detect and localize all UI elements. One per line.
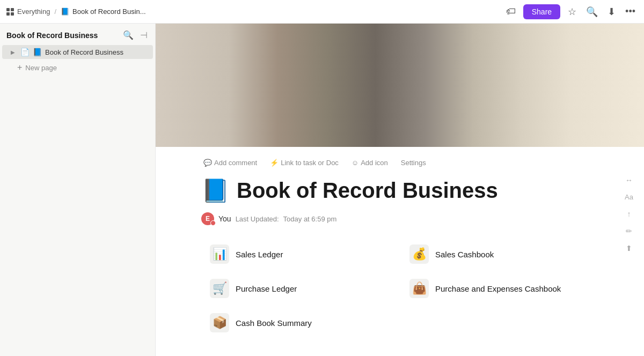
cover-image: 18: [156, 24, 644, 147]
avatar: E: [201, 212, 214, 225]
svg-rect-8: [280, 75, 314, 123]
page-link-cash-book[interactable]: 📦 Cash Book Summary: [201, 307, 399, 339]
chevron-right-icon: ▶: [11, 49, 17, 55]
svg-rect-20: [467, 70, 603, 73]
sidebar-header-icons: 🔍 ⊣: [122, 29, 149, 41]
sidebar-item-label: Book of Record Business: [45, 48, 123, 56]
svg-rect-21: [467, 75, 598, 78]
share-button[interactable]: Share: [523, 4, 560, 19]
avatar-badge: [210, 220, 216, 226]
smile-icon: ☺: [352, 159, 358, 167]
svg-point-11: [303, 110, 310, 118]
purchase-ledger-icon: 🛒: [210, 279, 229, 298]
topbar: Everything / 📘 Book of Record Busin... 🏷…: [0, 0, 644, 24]
last-updated-time: Today at 6:59 pm: [283, 215, 337, 223]
svg-marker-27: [362, 123, 365, 131]
svg-rect-23: [467, 86, 587, 89]
svg-rect-7: [275, 66, 318, 137]
action-bar: 💬 Add comment ⚡ Link to task or Doc ☺ Ad…: [201, 147, 598, 173]
content-area: 18 💬 Add comment ⚡ Link to task or Doc: [156, 24, 644, 356]
svg-point-14: [303, 101, 310, 109]
main-layout: Book of Record Business 🔍 ⊣ ▶ 📄 📘 Book o…: [0, 24, 644, 356]
new-page-label: New page: [25, 64, 57, 72]
sidebar: Book of Record Business 🔍 ⊣ ▶ 📄 📘 Book o…: [0, 24, 156, 356]
star-icon[interactable]: ☆: [566, 4, 579, 20]
svg-point-10: [292, 110, 299, 118]
cash-book-icon: 📦: [210, 313, 229, 332]
page-content: 💬 Add comment ⚡ Link to task or Doc ☺ Ad…: [169, 147, 631, 356]
svg-rect-1: [172, 39, 269, 121]
svg-rect-5: [174, 61, 218, 62]
svg-rect-16: [467, 42, 576, 48]
page-title[interactable]: Book of Record Business: [237, 179, 498, 203]
download-icon[interactable]: ⬇: [605, 4, 618, 20]
sidebar-item-book-of-record[interactable]: ▶ 📄 📘 Book of Record Business: [2, 45, 153, 59]
sidebar-collapse-icon[interactable]: ⊣: [139, 29, 149, 41]
add-icon-button[interactable]: ☺ Add icon: [349, 158, 390, 168]
sidebar-item-icon: 📄: [20, 48, 30, 56]
breadcrumb-home[interactable]: Everything: [17, 8, 50, 16]
breadcrumb-page-icon: 📘: [61, 8, 69, 16]
page-link-purchase-ledger[interactable]: 🛒 Purchase Ledger: [201, 272, 399, 305]
svg-rect-26: [353, 39, 364, 126]
edit-icon[interactable]: ✏: [623, 225, 635, 238]
share-doc-icon[interactable]: ↑: [623, 207, 635, 220]
cash-book-label: Cash Book Summary: [236, 318, 312, 328]
sidebar-title: Book of Record Business: [6, 31, 98, 40]
sales-cashbook-icon: 💰: [409, 244, 429, 264]
expand-icon[interactable]: ↔: [623, 174, 635, 187]
sales-ledger-label: Sales Ledger: [236, 250, 283, 259]
svg-rect-24: [546, 42, 590, 58]
svg-rect-0: [156, 24, 644, 147]
svg-rect-17: [467, 51, 549, 55]
purchase-expenses-icon: 👜: [409, 279, 429, 298]
bookmark-icon[interactable]: 🏷: [504, 4, 518, 19]
search-icon[interactable]: 🔍: [584, 4, 600, 20]
svg-rect-4: [174, 55, 229, 56]
comment-icon: 💬: [203, 159, 212, 167]
svg-rect-22: [467, 80, 609, 84]
apps-icon[interactable]: [6, 8, 14, 16]
page-link-sales-ledger[interactable]: 📊 Sales Ledger: [201, 238, 399, 270]
purchase-ledger-label: Purchase Ledger: [236, 284, 297, 293]
page-emoji: 📘: [201, 177, 229, 204]
svg-rect-18: [467, 58, 619, 58]
breadcrumb: Everything / 📘 Book of Record Busin...: [6, 8, 146, 16]
sub-pages-grid: 📊 Sales Ledger 💰 Sales Cashbook 🛒 Purcha…: [201, 238, 598, 356]
svg-rect-15: [459, 34, 633, 142]
plus-icon: +: [17, 63, 22, 72]
page-title-area: 📘 Book of Record Business: [201, 173, 598, 212]
more-icon[interactable]: •••: [623, 4, 638, 19]
purchase-expenses-label: Purchase and Expenses Cashbook: [435, 284, 561, 293]
breadcrumb-page-title[interactable]: Book of Record Busin...: [72, 8, 146, 16]
author-bar: E You Last Updated: Today at 6:59 pm: [201, 212, 598, 238]
cover-svg: 18: [156, 24, 644, 147]
link-to-task-button[interactable]: ⚡ Link to task or Doc: [268, 158, 341, 168]
add-comment-button[interactable]: 💬 Add comment: [201, 158, 259, 168]
link-icon: ⚡: [270, 159, 279, 167]
last-updated-label: Last Updated:: [236, 215, 279, 223]
page-link-purchase-expenses[interactable]: 👜 Purchase and Expenses Cashbook: [401, 272, 598, 305]
export-icon[interactable]: ⬆: [623, 242, 635, 255]
svg-text:18: 18: [562, 44, 575, 56]
sidebar-item-emoji: 📘: [33, 48, 42, 56]
sidebar-header: Book of Record Business 🔍 ⊣: [0, 24, 155, 44]
topbar-actions: 🏷 Share ☆ 🔍 ⬇ •••: [504, 4, 638, 20]
new-page-item[interactable]: + New page: [2, 60, 153, 75]
svg-rect-19: [467, 64, 532, 67]
sales-cashbook-label: Sales Cashbook: [435, 250, 494, 259]
svg-rect-2: [183, 50, 281, 131]
svg-point-9: [281, 110, 289, 118]
svg-rect-6: [174, 66, 234, 68]
right-toolbar: ↔ Aa ↑ ✏ ⬆: [623, 174, 635, 255]
author-name: You: [218, 214, 231, 223]
breadcrumb-sep: /: [54, 8, 56, 16]
svg-rect-3: [166, 34, 253, 110]
sales-ledger-icon: 📊: [210, 244, 229, 264]
page-link-sales-cashbook[interactable]: 💰 Sales Cashbook: [401, 238, 598, 270]
svg-point-12: [281, 101, 289, 109]
svg-point-13: [292, 101, 299, 109]
font-size-icon[interactable]: Aa: [623, 191, 635, 203]
sidebar-search-icon[interactable]: 🔍: [122, 29, 135, 41]
settings-button[interactable]: Settings: [399, 158, 428, 168]
